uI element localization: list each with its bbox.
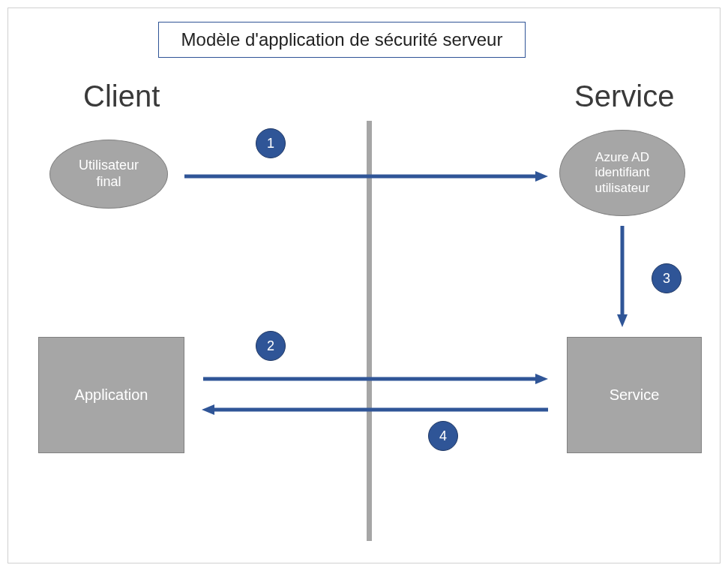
step-badge-4-label: 4 — [439, 428, 447, 444]
diagram-title: Modèle d'application de sécurité serveur — [181, 29, 503, 50]
node-azure-ad: Azure AD identifiant utilisateur — [559, 130, 685, 216]
step-badge-2-label: 2 — [267, 338, 274, 354]
arrow-step-4 — [202, 404, 548, 419]
step-badge-3: 3 — [652, 263, 682, 293]
step-badge-3-label: 3 — [663, 271, 670, 287]
svg-marker-1 — [535, 171, 548, 182]
node-end-user: Utilisateur final — [49, 140, 168, 209]
heading-client: Client — [83, 80, 160, 113]
diagram-frame: Modèle d'application de sécurité serveur… — [7, 8, 721, 563]
arrow-step-1 — [184, 171, 548, 186]
step-badge-2: 2 — [256, 331, 286, 361]
arrow-step-2 — [203, 374, 548, 389]
step-badge-1-label: 1 — [267, 136, 274, 152]
svg-marker-7 — [202, 404, 214, 415]
heading-service: Service — [574, 80, 674, 113]
step-badge-4: 4 — [428, 421, 458, 451]
node-service: Service — [567, 337, 702, 453]
node-end-user-label: Utilisateur final — [79, 158, 139, 190]
svg-marker-5 — [617, 314, 628, 327]
diagram-title-box: Modèle d'application de sécurité serveur — [158, 22, 526, 58]
node-application: Application — [38, 337, 184, 453]
node-azure-ad-label: Azure AD identifiant utilisateur — [595, 150, 650, 196]
svg-marker-3 — [535, 374, 548, 384]
arrow-step-3 — [616, 226, 631, 327]
node-service-label: Service — [610, 386, 660, 404]
step-badge-1: 1 — [256, 128, 286, 158]
node-application-label: Application — [75, 386, 148, 404]
